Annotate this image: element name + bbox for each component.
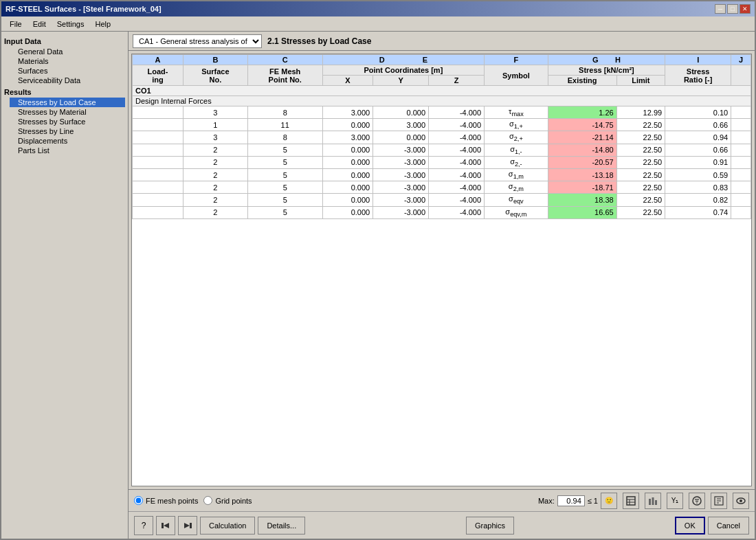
cell-x: 0.000: [322, 156, 373, 168]
cell-j: [731, 181, 751, 194]
sidebar-item-stresses-by-material[interactable]: Stresses by Material: [10, 107, 125, 117]
results-table-container: A B C D E F G H I J Load-ing: [131, 54, 752, 486]
details-button[interactable]: Details...: [258, 517, 305, 535]
cell-x: 0.000: [322, 194, 373, 206]
cell-z: -4.000: [429, 131, 485, 144]
ok-button[interactable]: OK: [675, 517, 705, 535]
col-header-d: D E: [322, 55, 484, 65]
table-row: 2 5 0.000 -3.000 -4.000 σeqv 18.38 22.50…: [133, 194, 751, 206]
cell-limit: 22.50: [616, 168, 665, 181]
table-row: 2 5 0.000 -3.000 -4.000 σ1,- -14.80 22.5…: [133, 144, 751, 156]
cell-ratio: 0.66: [665, 119, 731, 131]
cell-limit: 22.50: [616, 181, 665, 194]
col-point-coords: Point Coordinates [m]: [322, 65, 484, 76]
table-row: 2 5 0.000 -3.000 -4.000 σ1,m -13.18 22.5…: [133, 168, 751, 181]
sidebar-item-materials[interactable]: Materials: [10, 56, 125, 66]
radio-fe-mesh-label[interactable]: FE mesh points: [146, 497, 198, 505]
cell-loading: [133, 206, 184, 218]
radio-grid-points-label[interactable]: Grid points: [215, 497, 252, 505]
cell-fe-mesh: 8: [247, 131, 322, 144]
cell-ratio: 0.94: [665, 131, 731, 144]
load-case-dropdown[interactable]: CA1 - General stress analysis of: [133, 34, 262, 48]
cell-fe-mesh: 5: [247, 168, 322, 181]
cell-loading: [133, 168, 184, 181]
close-button[interactable]: ✕: [740, 4, 751, 14]
next-button[interactable]: [178, 516, 197, 535]
col-loading: Load-ing: [133, 65, 184, 86]
cell-symbol: σ1,m: [485, 168, 548, 181]
sidebar-item-general-data[interactable]: General Data: [10, 47, 125, 56]
col-j-empty: [731, 65, 751, 86]
graphics-button[interactable]: Graphics: [466, 517, 514, 535]
cell-loading: [133, 106, 184, 119]
maximize-button[interactable]: □: [727, 4, 738, 14]
formula-icon-btn[interactable]: Y₁: [667, 493, 683, 509]
cell-j: [731, 206, 751, 218]
cell-surface: 2: [184, 194, 248, 206]
col-y: Y: [373, 76, 429, 86]
help-button[interactable]: ?: [134, 516, 153, 535]
sidebar-item-serviceability[interactable]: Serviceability Data: [10, 76, 125, 85]
radio-grid-points-input[interactable]: [203, 496, 212, 505]
table-row: 3 8 3.000 0.000 -4.000 τmax 1.26 12.99 0…: [133, 106, 751, 119]
cell-symbol: σ1,-: [485, 144, 548, 156]
cell-existing: 16.65: [548, 206, 616, 218]
cell-loading: [133, 156, 184, 168]
sidebar-item-stresses-by-line[interactable]: Stresses by Line: [10, 126, 125, 136]
menu-bar: File Edit Settings Help: [1, 16, 755, 32]
cell-symbol: σ1,+: [485, 119, 548, 131]
minimize-button[interactable]: ─: [715, 4, 726, 14]
calculation-button[interactable]: Calculation: [200, 517, 255, 535]
sidebar: Input Data General Data Materials Surfac…: [1, 32, 129, 539]
cell-z: -4.000: [429, 106, 485, 119]
window-title: RF-STEEL Surfaces - [Steel Framework_04]: [5, 5, 162, 13]
results-group: Stresses by Load Case Stresses by Materi…: [4, 98, 125, 155]
sidebar-item-stresses-by-load-case[interactable]: Stresses by Load Case: [10, 98, 125, 107]
cell-limit: 22.50: [616, 156, 665, 168]
filter-icon-btn[interactable]: [689, 493, 705, 509]
cancel-button[interactable]: Cancel: [708, 517, 749, 535]
cell-loading: [133, 131, 184, 144]
cell-surface: 2: [184, 168, 248, 181]
sidebar-item-displacements[interactable]: Displacements: [10, 136, 125, 146]
cell-surface: 1: [184, 119, 248, 131]
table-icon-btn[interactable]: [623, 493, 639, 509]
svg-marker-18: [164, 523, 169, 528]
cell-x: 3.000: [322, 131, 373, 144]
sidebar-item-parts-list[interactable]: Parts List: [10, 146, 125, 155]
menu-help[interactable]: Help: [89, 19, 116, 30]
table-row: 2 5 0.000 -3.000 -4.000 σeqv,m 16.65 22.…: [133, 206, 751, 218]
svg-rect-17: [162, 523, 164, 528]
table-row: 1 11 0.000 3.000 -4.000 σ1,+ -14.75 22.5…: [133, 119, 751, 131]
smiley-icon-btn[interactable]: 🙂: [601, 493, 617, 509]
menu-edit[interactable]: Edit: [27, 19, 52, 30]
export-icon-btn[interactable]: [711, 493, 727, 509]
cell-ratio: 0.10: [665, 106, 731, 119]
sidebar-item-stresses-by-surface[interactable]: Stresses by Surface: [10, 117, 125, 126]
cell-limit: 22.50: [616, 131, 665, 144]
view-icon-btn[interactable]: [733, 493, 749, 509]
radio-grid-points: Grid points: [203, 496, 252, 505]
cell-z: -4.000: [429, 119, 485, 131]
menu-file[interactable]: File: [4, 19, 27, 30]
cell-limit: 12.99: [616, 106, 665, 119]
graph-icon-btn[interactable]: [645, 493, 661, 509]
cell-surface: 2: [184, 206, 248, 218]
results-section: Results: [4, 88, 125, 96]
cell-existing: -14.75: [548, 119, 616, 131]
sidebar-item-surfaces[interactable]: Surfaces: [10, 66, 125, 76]
cell-y: 0.000: [373, 131, 429, 144]
cell-surface: 3: [184, 106, 248, 119]
top-bar: CA1 - General stress analysis of 2.1 Str…: [129, 32, 755, 51]
col-header-g: G H: [548, 55, 665, 65]
cell-symbol: σ2,-: [485, 156, 548, 168]
content-area: Input Data General Data Materials Surfac…: [1, 32, 755, 539]
radio-fe-mesh-input[interactable]: [134, 496, 143, 505]
cell-fe-mesh: 11: [247, 119, 322, 131]
menu-settings[interactable]: Settings: [52, 19, 90, 30]
svg-marker-20: [184, 523, 190, 528]
cell-x: 0.000: [322, 119, 373, 131]
col-header-c: C: [247, 55, 322, 65]
prev-button[interactable]: [156, 516, 175, 535]
cell-z: -4.000: [429, 206, 485, 218]
